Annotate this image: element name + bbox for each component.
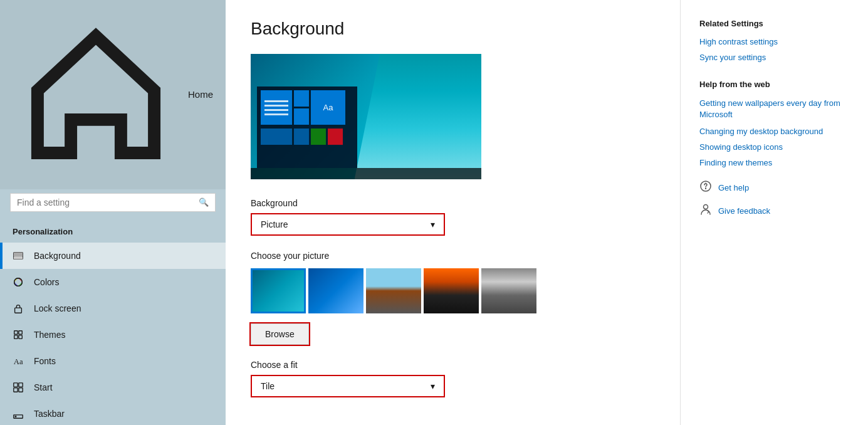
picture-thumb-3[interactable]: [366, 268, 421, 313]
fit-dropdown-arrow: ▾: [431, 381, 435, 391]
background-dropdown-value: Picture: [261, 219, 288, 229]
preview-start-menu: Aa: [257, 87, 357, 168]
background-dropdown-arrow: ▾: [431, 219, 435, 229]
browse-button[interactable]: Browse: [251, 323, 309, 345]
background-section-label: Background: [251, 198, 655, 208]
bottom-actions: Get help Give feedback: [699, 180, 849, 219]
give-feedback-icon: [699, 203, 712, 219]
start-icon: [13, 382, 24, 393]
choose-picture-label: Choose your picture: [251, 251, 655, 261]
preview-taskbar: [251, 168, 481, 179]
sidebar-home-button[interactable]: Home: [0, 0, 226, 189]
svg-rect-16: [15, 416, 17, 417]
svg-rect-2: [14, 257, 23, 260]
new-themes-link[interactable]: Finding new themes: [699, 158, 849, 167]
lock-icon: [13, 303, 24, 314]
change-bg-link[interactable]: Changing my desktop background: [699, 127, 849, 136]
picture-thumb-4[interactable]: [424, 268, 479, 313]
svg-rect-7: [19, 331, 22, 334]
svg-rect-13: [14, 388, 18, 392]
search-icon: 🔍: [199, 197, 209, 207]
sync-settings-link[interactable]: Sync your settings: [699, 53, 849, 62]
preview-tile-small-2: [294, 108, 309, 125]
sidebar-item-label-lock-screen: Lock screen: [34, 303, 81, 313]
search-input[interactable]: [17, 197, 194, 207]
sidebar-item-background[interactable]: Background: [0, 243, 226, 269]
give-feedback-link[interactable]: Give feedback: [718, 206, 770, 216]
related-settings-title: Related Settings: [699, 19, 849, 28]
svg-point-19: [704, 205, 708, 209]
sidebar-item-label-taskbar: Taskbar: [34, 409, 65, 419]
preview-tile-sm-red: [328, 129, 343, 145]
svg-text:Aa: Aa: [14, 357, 23, 366]
svg-point-4: [14, 278, 23, 286]
sidebar-item-lock-screen[interactable]: Lock screen: [0, 295, 226, 322]
desktop-icons-link[interactable]: Showing desktop icons: [699, 142, 849, 152]
sidebar-home-label: Home: [188, 89, 213, 100]
right-panel: Related Settings High contrast settings …: [680, 0, 868, 425]
sidebar-section-title: Personalization: [0, 222, 226, 243]
svg-point-18: [705, 182, 707, 184]
preview-tile-sm-green: [311, 129, 326, 145]
picture-thumb-2[interactable]: [308, 268, 363, 313]
new-wallpapers-link[interactable]: Getting new wallpapers every day from Mi…: [699, 98, 849, 120]
picture-thumb-1[interactable]: [251, 268, 306, 313]
choose-fit-label: Choose a fit: [251, 360, 655, 370]
themes-icon: [13, 329, 24, 340]
sidebar-item-label-themes: Themes: [34, 330, 66, 340]
svg-rect-14: [19, 388, 23, 392]
svg-rect-9: [19, 335, 22, 338]
colors-icon: [13, 276, 24, 288]
sidebar-item-fonts[interactable]: Aa Fonts: [0, 348, 226, 374]
svg-rect-6: [14, 331, 18, 334]
help-from-web-title: Help from the web: [699, 80, 849, 89]
sidebar-item-label-fonts: Fonts: [34, 356, 56, 366]
page-title: Background: [251, 19, 655, 39]
sidebar-item-start[interactable]: Start: [0, 374, 226, 401]
background-icon: [13, 250, 24, 261]
sidebar-item-label-colors: Colors: [34, 277, 59, 287]
picture-thumb-5[interactable]: [481, 268, 536, 313]
svg-rect-1: [14, 253, 23, 257]
sidebar-item-colors[interactable]: Colors: [0, 269, 226, 295]
sidebar: Home 🔍 Personalization Background Colors: [0, 0, 226, 425]
search-box: 🔍: [10, 193, 216, 212]
background-dropdown[interactable]: Picture ▾: [251, 213, 445, 236]
home-icon: [13, 11, 179, 178]
get-help-icon: [699, 180, 712, 196]
fit-dropdown-value: Tile: [261, 381, 275, 391]
taskbar-icon: [13, 408, 24, 419]
fit-dropdown[interactable]: Tile ▾: [251, 375, 445, 397]
preview-tile-aa: Aa: [311, 90, 345, 125]
preview-tile-small-1: [294, 90, 309, 107]
main-content: Background Aa: [226, 0, 680, 425]
svg-rect-5: [15, 308, 22, 313]
get-help-item[interactable]: Get help: [699, 180, 849, 196]
preview-tile-bars: [261, 90, 292, 125]
sidebar-item-taskbar[interactable]: Taskbar: [0, 401, 226, 425]
sidebar-item-themes[interactable]: Themes: [0, 322, 226, 348]
wallpaper-preview: Aa: [251, 54, 481, 179]
svg-rect-8: [14, 335, 18, 338]
high-contrast-link[interactable]: High contrast settings: [699, 37, 849, 46]
preview-tile-sm-blue: [294, 129, 309, 145]
picture-grid: [251, 268, 655, 313]
give-feedback-item[interactable]: Give feedback: [699, 203, 849, 219]
sidebar-item-label-background: Background: [34, 251, 81, 261]
svg-rect-11: [14, 383, 18, 387]
svg-rect-12: [19, 383, 23, 387]
sidebar-item-label-start: Start: [34, 382, 53, 392]
fonts-icon: Aa: [13, 355, 24, 367]
preview-tile-wide: [261, 129, 292, 145]
get-help-link[interactable]: Get help: [718, 183, 749, 192]
